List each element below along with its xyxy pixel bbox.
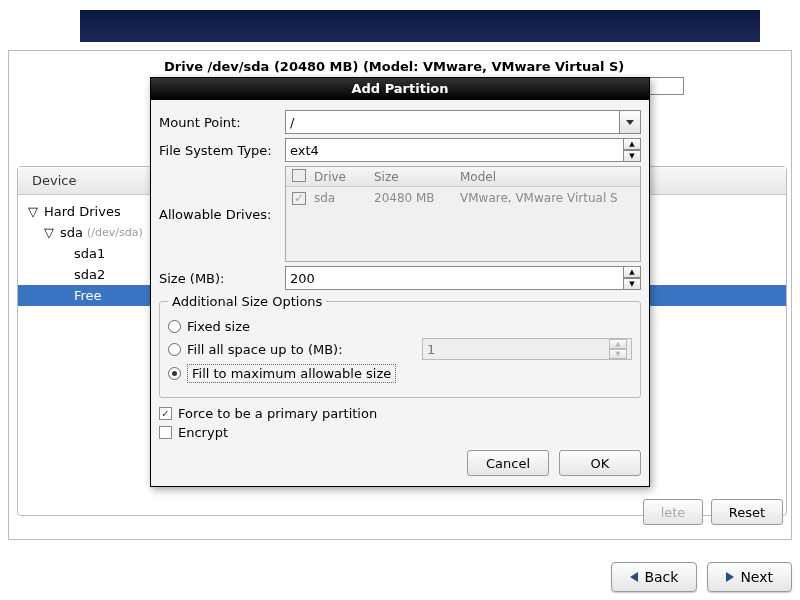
encrypt-checkbox[interactable] (159, 426, 172, 439)
installer-topbar (80, 10, 760, 42)
fill-up-to-spinner: 1 ▲ ▼ (422, 338, 632, 360)
fs-spin-up[interactable]: ▲ (623, 138, 641, 150)
fill-spin-up: ▲ (609, 339, 627, 349)
drive-checkbox (292, 192, 306, 205)
fs-type-label: File System Type: (159, 143, 279, 158)
size-options-group: Additional Size Options Fixed size Fill … (159, 294, 641, 398)
fill-spin-down: ▼ (609, 349, 627, 359)
cancel-button[interactable]: Cancel (467, 450, 549, 476)
size-input[interactable] (285, 266, 623, 290)
arrow-right-icon (726, 572, 734, 582)
back-button[interactable]: Back (611, 562, 697, 592)
col-model: Model (454, 170, 502, 184)
mount-point-label: Mount Point: (159, 115, 279, 130)
radio-fill-max-label: Fill to maximum allowable size (187, 364, 396, 383)
mount-point-input[interactable] (285, 110, 619, 134)
primary-partition-label: Force to be a primary partition (178, 406, 377, 421)
radio-fill-up-to-label: Fill all space up to (MB): (187, 342, 343, 357)
arrow-left-icon (630, 572, 638, 582)
allowable-drives-label: Allowable Drives: (159, 207, 279, 222)
ok-button[interactable]: OK (559, 450, 641, 476)
dialog-title: Add Partition (151, 78, 649, 100)
chevron-down-icon (626, 120, 634, 125)
radio-fill-max[interactable] (168, 367, 181, 380)
select-all-checkbox (292, 169, 306, 182)
size-spin-down[interactable]: ▼ (623, 278, 641, 290)
mount-point-dropdown[interactable] (619, 110, 641, 134)
radio-fill-up-to[interactable] (168, 343, 181, 356)
reset-button[interactable]: Reset (711, 499, 783, 525)
expander-icon[interactable]: ▽ (42, 225, 56, 240)
expander-icon[interactable]: ▽ (26, 204, 40, 219)
partition-actions: lete Reset (643, 499, 783, 525)
size-label: Size (MB): (159, 271, 279, 286)
delete-button[interactable]: lete (643, 499, 703, 525)
fs-spin-down[interactable]: ▼ (623, 150, 641, 162)
encrypt-label: Encrypt (178, 425, 228, 440)
size-options-legend: Additional Size Options (168, 294, 326, 309)
radio-fixed-size[interactable] (168, 320, 181, 333)
drive-row-sda: sda 20480 MB VMware, VMware Virtual S (286, 187, 640, 209)
add-partition-dialog: Add Partition Mount Point: File System T… (150, 77, 650, 487)
allowable-drives-table: Drive Size Model sda 20480 MB VMware, VM… (285, 166, 641, 262)
next-button[interactable]: Next (707, 562, 792, 592)
col-device[interactable]: Device (18, 167, 168, 194)
radio-fixed-size-label: Fixed size (187, 319, 250, 334)
fs-type-input[interactable] (285, 138, 623, 162)
col-drive: Drive (308, 170, 368, 184)
col-size: Size (368, 170, 454, 184)
wizard-nav: Back Next (611, 562, 792, 592)
drive-caption: Drive /dev/sda (20480 MB) (Model: VMware… (164, 59, 624, 74)
size-spin-up[interactable]: ▲ (623, 266, 641, 278)
primary-partition-checkbox[interactable] (159, 407, 172, 420)
